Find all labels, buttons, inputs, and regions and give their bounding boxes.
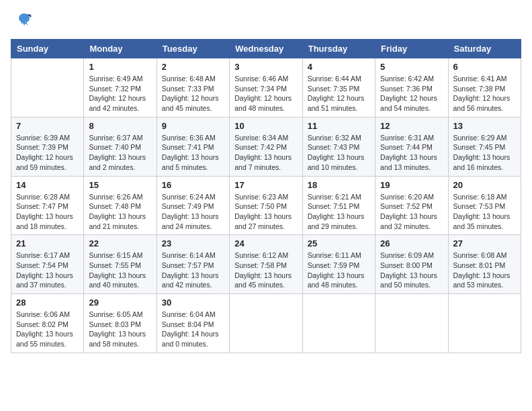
day-number: 17 xyxy=(234,180,297,190)
day-info: Sunrise: 6:05 AMSunset: 8:03 PMDaylight:… xyxy=(89,310,151,349)
day-info: Sunrise: 6:46 AMSunset: 7:34 PMDaylight:… xyxy=(234,74,297,113)
day-info: Sunrise: 6:36 AMSunset: 7:41 PMDaylight:… xyxy=(162,133,224,173)
day-number: 18 xyxy=(308,180,370,190)
day-info: Sunrise: 6:06 AMSunset: 8:02 PMDaylight:… xyxy=(16,310,79,349)
day-number: 6 xyxy=(453,62,516,72)
calendar-cell: 21Sunrise: 6:17 AMSunset: 7:54 PMDayligh… xyxy=(11,235,84,294)
day-number: 7 xyxy=(16,121,79,131)
day-number: 30 xyxy=(162,298,224,308)
calendar-cell: 12Sunrise: 6:31 AMSunset: 7:44 PMDayligh… xyxy=(375,117,448,176)
calendar-cell: 6Sunrise: 6:41 AMSunset: 7:38 PMDaylight… xyxy=(448,58,521,118)
day-number: 27 xyxy=(453,238,516,248)
weekday-header: Friday xyxy=(375,40,448,58)
weekday-header: Thursday xyxy=(302,40,375,58)
day-info: Sunrise: 6:26 AMSunset: 7:48 PMDaylight:… xyxy=(89,192,151,232)
logo-bird-icon xyxy=(15,11,34,32)
calendar-week-row: 28Sunrise: 6:06 AMSunset: 8:02 PMDayligh… xyxy=(11,294,521,353)
calendar-cell: 4Sunrise: 6:44 AMSunset: 7:35 PMDaylight… xyxy=(302,58,375,118)
calendar-cell: 8Sunrise: 6:37 AMSunset: 7:40 PMDaylight… xyxy=(84,117,157,176)
calendar-cell: 17Sunrise: 6:23 AMSunset: 7:50 PMDayligh… xyxy=(230,176,302,235)
day-number: 15 xyxy=(89,180,151,190)
day-number: 12 xyxy=(380,121,443,131)
weekday-header: Tuesday xyxy=(157,40,229,58)
day-info: Sunrise: 6:42 AMSunset: 7:36 PMDaylight:… xyxy=(380,74,443,113)
day-info: Sunrise: 6:23 AMSunset: 7:50 PMDaylight:… xyxy=(234,192,297,232)
weekday-header: Sunday xyxy=(11,40,84,58)
day-info: Sunrise: 6:24 AMSunset: 7:49 PMDaylight:… xyxy=(162,192,224,232)
calendar-cell: 18Sunrise: 6:21 AMSunset: 7:51 PMDayligh… xyxy=(302,176,375,235)
day-number: 20 xyxy=(453,180,516,190)
calendar-cell xyxy=(375,294,448,353)
calendar-cell: 1Sunrise: 6:49 AMSunset: 7:32 PMDaylight… xyxy=(84,58,157,118)
calendar-cell: 2Sunrise: 6:48 AMSunset: 7:33 PMDaylight… xyxy=(157,58,229,118)
day-number: 14 xyxy=(16,180,79,190)
calendar-cell xyxy=(448,294,521,353)
page-header xyxy=(11,11,521,32)
calendar-cell: 30Sunrise: 6:04 AMSunset: 8:04 PMDayligh… xyxy=(157,294,229,353)
calendar-cell: 14Sunrise: 6:28 AMSunset: 7:47 PMDayligh… xyxy=(11,176,84,235)
day-number: 10 xyxy=(234,121,297,131)
day-info: Sunrise: 6:14 AMSunset: 7:57 PMDaylight:… xyxy=(162,250,224,290)
day-number: 28 xyxy=(16,298,79,308)
day-number: 26 xyxy=(380,238,443,248)
day-info: Sunrise: 6:29 AMSunset: 7:45 PMDaylight:… xyxy=(453,133,516,173)
calendar-cell: 19Sunrise: 6:20 AMSunset: 7:52 PMDayligh… xyxy=(375,176,448,235)
day-number: 13 xyxy=(453,121,516,131)
calendar-cell: 23Sunrise: 6:14 AMSunset: 7:57 PMDayligh… xyxy=(157,235,229,294)
calendar-cell: 9Sunrise: 6:36 AMSunset: 7:41 PMDaylight… xyxy=(157,117,229,176)
calendar-week-row: 21Sunrise: 6:17 AMSunset: 7:54 PMDayligh… xyxy=(11,235,521,294)
calendar-week-row: 1Sunrise: 6:49 AMSunset: 7:32 PMDaylight… xyxy=(11,58,521,118)
day-info: Sunrise: 6:41 AMSunset: 7:38 PMDaylight:… xyxy=(453,74,516,113)
day-number: 1 xyxy=(89,62,151,72)
calendar-cell: 3Sunrise: 6:46 AMSunset: 7:34 PMDaylight… xyxy=(230,58,302,118)
day-number: 8 xyxy=(89,121,151,131)
day-info: Sunrise: 6:17 AMSunset: 7:54 PMDaylight:… xyxy=(16,250,79,290)
day-number: 22 xyxy=(89,238,151,248)
day-info: Sunrise: 6:49 AMSunset: 7:32 PMDaylight:… xyxy=(89,74,151,113)
calendar-cell: 24Sunrise: 6:12 AMSunset: 7:58 PMDayligh… xyxy=(230,235,302,294)
calendar-cell: 27Sunrise: 6:08 AMSunset: 8:01 PMDayligh… xyxy=(448,235,521,294)
calendar-cell: 22Sunrise: 6:15 AMSunset: 7:55 PMDayligh… xyxy=(84,235,157,294)
day-info: Sunrise: 6:34 AMSunset: 7:42 PMDaylight:… xyxy=(234,133,297,173)
day-number: 29 xyxy=(89,298,151,308)
calendar-cell: 29Sunrise: 6:05 AMSunset: 8:03 PMDayligh… xyxy=(84,294,157,353)
calendar-week-row: 14Sunrise: 6:28 AMSunset: 7:47 PMDayligh… xyxy=(11,176,521,235)
day-info: Sunrise: 6:12 AMSunset: 7:58 PMDaylight:… xyxy=(234,250,297,290)
day-number: 11 xyxy=(308,121,370,131)
day-number: 3 xyxy=(234,62,297,72)
calendar-cell: 16Sunrise: 6:24 AMSunset: 7:49 PMDayligh… xyxy=(157,176,229,235)
calendar-cell: 26Sunrise: 6:09 AMSunset: 8:00 PMDayligh… xyxy=(375,235,448,294)
calendar-cell xyxy=(302,294,375,353)
calendar-cell: 5Sunrise: 6:42 AMSunset: 7:36 PMDaylight… xyxy=(375,58,448,118)
day-number: 5 xyxy=(380,62,443,72)
logo xyxy=(11,11,34,32)
day-info: Sunrise: 6:08 AMSunset: 8:01 PMDaylight:… xyxy=(453,250,516,290)
day-info: Sunrise: 6:39 AMSunset: 7:39 PMDaylight:… xyxy=(16,133,79,173)
calendar-cell: 20Sunrise: 6:18 AMSunset: 7:53 PMDayligh… xyxy=(448,176,521,235)
day-number: 19 xyxy=(380,180,443,190)
weekday-header: Wednesday xyxy=(230,40,302,58)
day-number: 4 xyxy=(308,62,370,72)
calendar-table: SundayMondayTuesdayWednesdayThursdayFrid… xyxy=(11,39,521,353)
day-number: 2 xyxy=(162,62,224,72)
day-info: Sunrise: 6:09 AMSunset: 8:00 PMDaylight:… xyxy=(380,250,443,290)
day-info: Sunrise: 6:20 AMSunset: 7:52 PMDaylight:… xyxy=(380,192,443,232)
day-number: 25 xyxy=(308,238,370,248)
day-info: Sunrise: 6:48 AMSunset: 7:33 PMDaylight:… xyxy=(162,74,224,113)
calendar-cell: 28Sunrise: 6:06 AMSunset: 8:02 PMDayligh… xyxy=(11,294,84,353)
day-info: Sunrise: 6:11 AMSunset: 7:59 PMDaylight:… xyxy=(308,250,370,290)
calendar-cell: 15Sunrise: 6:26 AMSunset: 7:48 PMDayligh… xyxy=(84,176,157,235)
calendar-cell: 7Sunrise: 6:39 AMSunset: 7:39 PMDaylight… xyxy=(11,117,84,176)
day-info: Sunrise: 6:04 AMSunset: 8:04 PMDaylight:… xyxy=(162,310,224,349)
day-number: 21 xyxy=(16,238,79,248)
day-number: 9 xyxy=(162,121,224,131)
day-info: Sunrise: 6:32 AMSunset: 7:43 PMDaylight:… xyxy=(308,133,370,173)
day-info: Sunrise: 6:21 AMSunset: 7:51 PMDaylight:… xyxy=(308,192,370,232)
calendar-week-row: 7Sunrise: 6:39 AMSunset: 7:39 PMDaylight… xyxy=(11,117,521,176)
day-info: Sunrise: 6:18 AMSunset: 7:53 PMDaylight:… xyxy=(453,192,516,232)
day-number: 24 xyxy=(234,238,297,248)
day-number: 23 xyxy=(162,238,224,248)
calendar-cell: 11Sunrise: 6:32 AMSunset: 7:43 PMDayligh… xyxy=(302,117,375,176)
calendar-cell: 10Sunrise: 6:34 AMSunset: 7:42 PMDayligh… xyxy=(230,117,302,176)
day-info: Sunrise: 6:37 AMSunset: 7:40 PMDaylight:… xyxy=(89,133,151,173)
